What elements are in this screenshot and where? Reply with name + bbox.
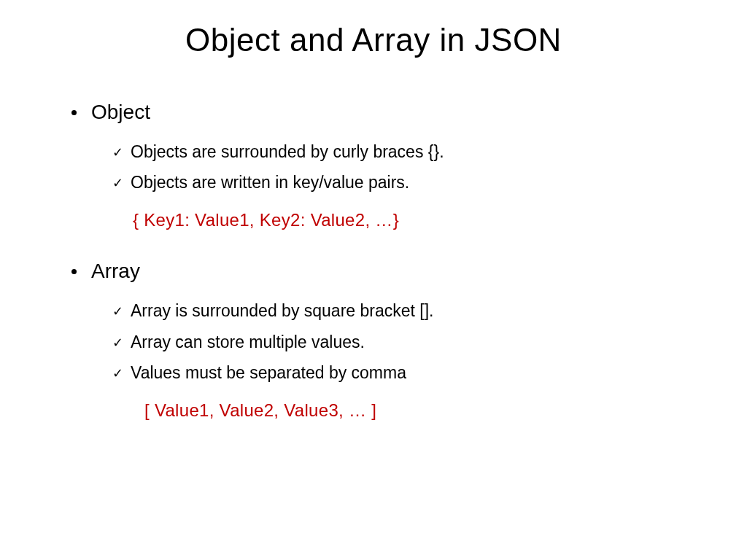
- list-item: ✓ Array is surrounded by square bracket …: [112, 299, 696, 324]
- slide-title: Object and Array in JSON: [51, 22, 696, 58]
- list-item: Array: [71, 260, 696, 283]
- array-point-1: Array is surrounded by square bracket []…: [131, 299, 433, 323]
- checkmark-icon: ✓: [112, 140, 123, 165]
- list-item: ✓ Objects are surrounded by curly braces…: [112, 140, 696, 165]
- object-point-1: Objects are surrounded by curly braces {…: [131, 140, 444, 164]
- array-point-2: Array can store multiple values.: [131, 330, 365, 354]
- array-section: Array ✓ Array is surrounded by square br…: [51, 260, 696, 421]
- array-heading: Array: [91, 260, 140, 283]
- object-heading: Object: [91, 101, 150, 124]
- object-example: { Key1: Value1, Key2: Value2, …}: [133, 210, 696, 230]
- checkmark-icon: ✓: [112, 171, 123, 195]
- checkmark-icon: ✓: [112, 299, 123, 324]
- array-point-3: Values must be separated by comma: [131, 361, 406, 385]
- list-item: ✓ Objects are written in key/value pairs…: [112, 171, 696, 195]
- bullet-disc-icon: [71, 110, 77, 115]
- checkmark-icon: ✓: [112, 330, 123, 355]
- object-section: Object ✓ Objects are surrounded by curly…: [51, 101, 696, 230]
- bullet-disc-icon: [71, 269, 77, 274]
- list-item: Object: [71, 101, 696, 124]
- object-point-2: Objects are written in key/value pairs.: [131, 171, 409, 195]
- checkmark-icon: ✓: [112, 361, 123, 386]
- list-item: ✓ Array can store multiple values.: [112, 330, 696, 355]
- array-example: [ Value1, Value2, Value3, … ]: [144, 400, 696, 421]
- list-item: ✓ Values must be separated by comma: [112, 361, 696, 386]
